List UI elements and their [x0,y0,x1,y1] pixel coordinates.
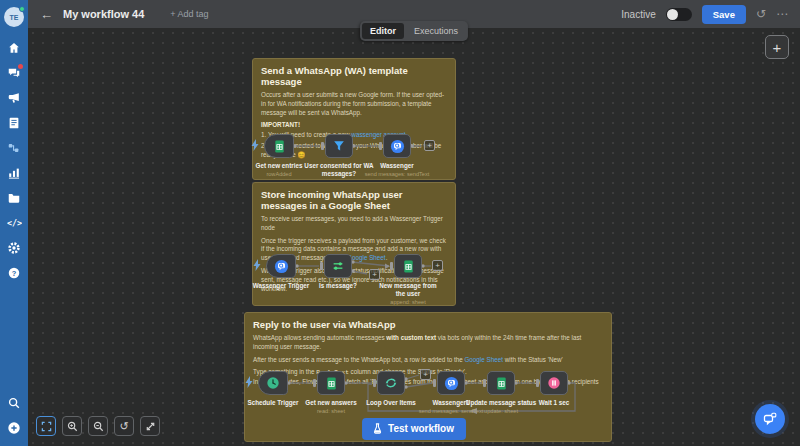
canvas-add-node-button[interactable]: + [765,35,789,59]
node-get-new-answers[interactable] [317,371,345,395]
node-is-message[interactable] [324,254,352,278]
sidebar-item-chat[interactable] [0,60,28,85]
connections [28,28,800,446]
back-button[interactable]: ← [40,7,53,22]
trigger-bolt-icon [253,259,261,271]
active-status-label: Inactive [621,9,655,20]
flask-icon [372,423,383,434]
svg-text:</>: </> [7,218,22,228]
more-menu-icon[interactable]: ⋯ [776,8,788,20]
wassenger-icon [390,139,405,154]
fit-view-button[interactable] [36,416,56,436]
svg-text:?: ? [12,268,17,277]
chat-bubbles-icon [762,411,778,427]
megaphone-icon [7,91,21,105]
help-chat-fab[interactable] [755,404,785,434]
gear-icon [7,241,21,255]
add-node-endpoint[interactable]: + [432,260,443,271]
wassenger-icon [444,376,459,391]
undo-icon: ↺ [119,420,128,433]
google-sheets-icon [272,139,287,154]
node-schedule-trigger[interactable] [258,371,288,395]
add-node-endpoint[interactable]: + [420,369,431,380]
history-icon[interactable]: ↺ [756,8,766,20]
view-tabs: Editor Executions [360,21,468,41]
node-wassenger[interactable] [383,134,411,158]
clock-icon [266,376,280,390]
sidebar-item-variables[interactable]: </> [0,210,28,235]
node-new-message[interactable] [394,254,422,278]
trigger-bolt-icon [245,376,253,388]
node-user-consented[interactable] [325,134,353,158]
folder-icon [7,191,21,205]
google-sheets-icon [401,259,416,274]
header-right: Inactive Save ↺ ⋯ [621,5,800,24]
google-sheets-icon [494,376,509,391]
node-loop-over-items[interactable] [377,371,405,395]
loop-icon [384,376,398,390]
node-get-new-entries[interactable] [264,134,294,158]
sidebar-item-add[interactable] [0,415,28,440]
add-tag-button[interactable]: + Add tag [170,9,208,19]
sidebar-item-announcements[interactable] [0,85,28,110]
sidebar-item-projects[interactable] [0,185,28,210]
zoom-out-button[interactable] [88,416,108,436]
home-icon [7,41,21,55]
n8n-app: TE </> ? [0,0,800,446]
online-status-dot [19,6,25,12]
trigger-bolt-icon [251,139,259,151]
plus-circle-icon [7,421,21,435]
workflow-title[interactable]: My workflow 44 [63,8,144,20]
node-update-message-status[interactable] [487,371,515,395]
save-button[interactable]: Save [702,5,746,24]
node-wassenger1[interactable] [437,371,465,395]
tab-editor[interactable]: Editor [362,23,404,39]
sidebar-item-workflows[interactable] [0,135,28,160]
zoom-in-button[interactable] [62,416,82,436]
code-icon: </> [7,215,22,230]
test-workflow-button[interactable]: Test workflow [362,418,466,440]
zoom-in-icon [67,421,78,432]
google-sheets-icon [324,376,339,391]
sidebar-item-settings[interactable] [0,235,28,260]
sidebar-item-insights[interactable] [0,160,28,185]
fit-view-icon [41,421,52,432]
filter-icon [332,139,346,153]
reset-zoom-button[interactable]: ↺ [114,416,134,436]
tidy-up-button[interactable] [140,416,160,436]
active-toggle[interactable] [666,8,692,21]
avatar-initials: TE [10,14,19,21]
insights-icon [7,166,21,180]
test-workflow-label: Test workflow [388,423,454,434]
pause-icon [547,376,561,390]
canvas-controls: ↺ [36,416,160,436]
sidebar-item-home[interactable] [0,35,28,60]
sidebar-item-search[interactable] [0,390,28,415]
add-node-endpoint[interactable]: + [369,269,380,280]
toggle-knob [667,9,678,20]
notification-badge [18,64,23,69]
workflows-icon [7,141,21,155]
node-wassenger-trigger[interactable] [266,254,296,278]
tab-executions[interactable]: Executions [406,23,466,39]
wassenger-icon [274,259,289,274]
node-wait[interactable] [540,371,568,395]
sidebar-item-templates[interactable] [0,110,28,135]
sidebar-item-help[interactable]: ? [0,260,28,285]
help-icon: ? [7,266,21,280]
zoom-out-icon [93,421,104,432]
search-icon [7,396,21,410]
templates-icon [7,116,21,130]
diagonal-arrow-icon [145,421,156,432]
sidebar: TE </> ? [0,0,28,446]
if-filter-icon [331,259,345,273]
workflow-canvas[interactable]: Send a WhatsApp (WA) template message Oc… [28,28,800,446]
avatar[interactable]: TE [4,7,24,27]
add-node-endpoint[interactable]: + [424,140,435,151]
